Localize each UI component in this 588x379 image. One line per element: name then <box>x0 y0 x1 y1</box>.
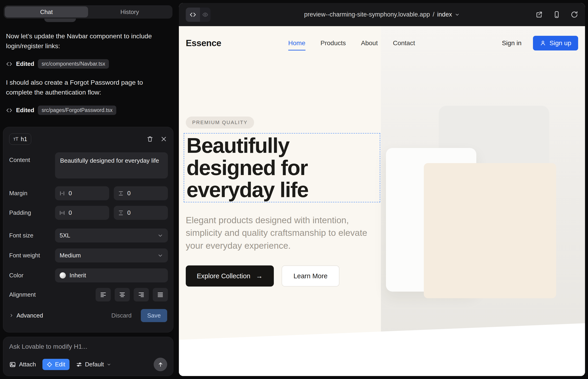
file-chip[interactable]: src/pages/ForgotPassword.tsx <box>38 106 116 115</box>
font-size-label: Font size <box>9 232 55 239</box>
margin-x-input[interactable]: 0 <box>55 186 109 200</box>
margin-x-value: 0 <box>69 190 72 197</box>
sign-up-label: Sign up <box>549 39 571 47</box>
padding-x-input[interactable]: 0 <box>55 206 109 220</box>
hero-heading: Beautifully designed for everyday life <box>186 134 380 201</box>
tab-chat[interactable]: Chat <box>5 6 88 17</box>
arrow-up-icon <box>157 361 164 368</box>
color-label: Color <box>9 272 55 279</box>
vertical-padding-icon <box>118 210 124 216</box>
save-button[interactable]: Save <box>141 309 167 322</box>
explore-collection-label: Explore Collection <box>197 272 250 280</box>
chevron-down-icon <box>107 362 111 367</box>
edit-label: Edit <box>55 361 65 368</box>
url-bar[interactable]: preview--charming-site-symphony.lovable.… <box>304 11 460 18</box>
element-tag-pill[interactable]: тT h1 <box>9 134 31 145</box>
font-weight-select[interactable]: Medium <box>55 249 168 262</box>
code-icon <box>6 107 12 113</box>
element-editor-panel: тT h1 Content Beautifully designed for e… <box>3 127 173 332</box>
padding-x-value: 0 <box>69 209 72 216</box>
chevron-down-icon <box>455 12 460 17</box>
padding-label: Padding <box>9 209 55 216</box>
sign-in-link[interactable]: Sign in <box>502 39 522 47</box>
align-justify-button[interactable] <box>153 288 168 301</box>
chevron-right-icon <box>9 313 14 318</box>
font-size-value: 5XL <box>60 232 70 239</box>
attach-button[interactable]: Attach <box>9 361 36 368</box>
horizontal-spacing-icon <box>59 190 65 196</box>
edited-file-row: Edited src/components/Navbar.tsx <box>6 59 109 69</box>
align-right-button[interactable] <box>134 288 149 301</box>
nav-link-about[interactable]: About <box>361 39 378 47</box>
align-center-button[interactable] <box>115 288 130 301</box>
tab-history[interactable]: History <box>88 6 171 17</box>
hero-cta-row: Explore Collection → Learn More <box>186 266 340 286</box>
refresh-button[interactable] <box>571 11 578 18</box>
learn-more-button[interactable]: Learn More <box>282 266 340 286</box>
chat-message: I should also create a Forgot Password p… <box>6 78 169 97</box>
chevron-down-icon <box>157 253 163 259</box>
site-navbar: Essence Home Products About Contact Sign… <box>179 26 585 60</box>
site-logo[interactable]: Essence <box>186 38 221 48</box>
preview-page: index <box>437 11 452 18</box>
sidebar-tabs: Chat History <box>4 5 172 19</box>
h1-selection-outline[interactable]: Beautifully designed for everyday life <box>184 133 380 202</box>
model-default-select[interactable]: Default <box>76 361 111 368</box>
send-button[interactable] <box>154 358 167 371</box>
advanced-toggle[interactable]: Advanced <box>9 312 43 319</box>
premium-quality-badge: PREMIUM QUALITY <box>186 117 254 128</box>
view-toggle <box>186 8 211 22</box>
discard-button[interactable]: Discard <box>111 312 132 319</box>
element-tag-label: h1 <box>21 136 27 142</box>
margin-y-input[interactable]: 0 <box>114 186 168 200</box>
edit-mode-button[interactable]: Edit <box>42 359 69 370</box>
sign-up-button[interactable]: Sign up <box>533 36 578 50</box>
alignment-group <box>55 288 168 301</box>
chat-message: Now let's update the Navbar component to… <box>6 31 169 51</box>
sliders-icon <box>76 361 82 368</box>
padding-y-input[interactable]: 0 <box>114 206 168 220</box>
person-icon <box>540 40 546 46</box>
color-select[interactable]: Inherit <box>55 268 168 283</box>
preview-panel: preview--charming-site-symphony.lovable.… <box>179 3 585 376</box>
preview-topbar: preview--charming-site-symphony.lovable.… <box>179 3 585 26</box>
horizontal-padding-icon <box>59 210 65 216</box>
code-view-button[interactable] <box>186 8 200 22</box>
margin-y-value: 0 <box>127 190 130 197</box>
explore-collection-button[interactable]: Explore Collection → <box>186 266 274 286</box>
chat-sidebar: Chat History Now let's update the Navbar… <box>0 0 178 379</box>
mobile-view-button[interactable] <box>553 11 560 18</box>
decor-beige-card <box>424 163 556 298</box>
code-icon <box>6 61 12 67</box>
color-value: Inherit <box>69 272 86 279</box>
file-chip[interactable]: src/components/Navbar.tsx <box>38 59 109 69</box>
nav-link-home[interactable]: Home <box>288 39 306 47</box>
default-label: Default <box>85 361 104 368</box>
crosshair-icon <box>46 362 52 367</box>
edited-label: Edited <box>16 60 34 67</box>
composer-input[interactable]: Ask Lovable to modify H1... <box>9 343 167 350</box>
url-separator: / <box>433 11 434 18</box>
alignment-label: Alignment <box>9 291 55 298</box>
content-input[interactable]: Beautifully designed for everyday life <box>55 152 168 178</box>
edited-file-row: Edited src/pages/ForgotPassword.tsx <box>6 106 116 115</box>
site-preview: Essence Home Products About Contact Sign… <box>179 26 585 376</box>
open-external-button[interactable] <box>535 11 543 18</box>
close-icon[interactable] <box>160 136 167 142</box>
typography-icon: тT <box>13 136 18 142</box>
font-size-select[interactable]: 5XL <box>55 228 168 242</box>
hero-subtext: Elegant products designed with intention… <box>186 214 369 252</box>
nav-link-products[interactable]: Products <box>321 39 346 47</box>
nav-link-contact[interactable]: Contact <box>393 39 415 47</box>
preview-view-button[interactable] <box>200 8 211 22</box>
font-weight-value: Medium <box>60 252 81 259</box>
delete-element-button[interactable] <box>147 136 154 142</box>
vertical-spacing-icon <box>118 190 124 196</box>
align-left-button[interactable] <box>96 288 111 301</box>
site-nav-links: Home Products About Contact <box>288 39 415 47</box>
margin-label: Margin <box>9 190 55 197</box>
content-label: Content <box>9 152 55 164</box>
attach-label: Attach <box>19 361 36 368</box>
arrow-right-icon: → <box>256 272 263 280</box>
editor-header: тT h1 <box>9 133 167 145</box>
